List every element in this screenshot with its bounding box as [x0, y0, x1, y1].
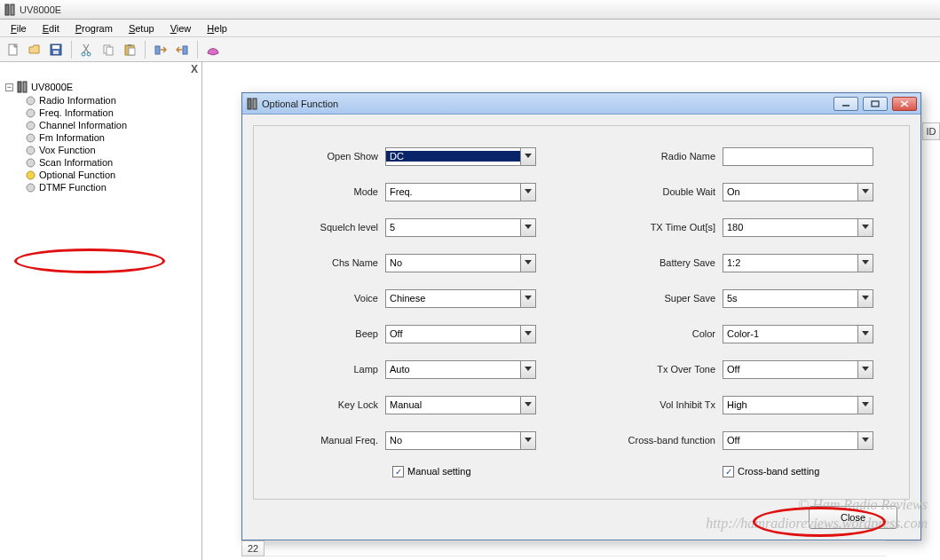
radio-name-label: Radio Name [607, 151, 723, 162]
squelch-level-dropdown[interactable]: 5 [385, 218, 536, 237]
node-icon [25, 157, 36, 168]
grid-row-stub: 22 [241, 540, 886, 556]
menu-program[interactable]: Program [68, 21, 120, 35]
color-dropdown[interactable]: Color-1 [723, 325, 873, 343]
toolbar-cut-icon[interactable] [77, 40, 97, 59]
svg-rect-4 [52, 45, 59, 49]
minimize-button[interactable] [833, 97, 858, 111]
menu-edit[interactable]: Edit [36, 21, 67, 35]
tree-node-fm-information[interactable]: Fm Information [23, 131, 198, 144]
menu-help[interactable]: Help [200, 21, 234, 35]
tree-collapse-icon[interactable]: − [5, 83, 13, 91]
dropdown-arrow-icon[interactable] [520, 432, 535, 449]
manual-freq-value: No [386, 435, 520, 446]
cross-band-function-label: Cross-band function [607, 435, 723, 446]
beep-dropdown[interactable]: Off [385, 325, 536, 343]
tree-root-node[interactable]: − UV8000E [4, 80, 198, 94]
close-button[interactable]: Close [809, 506, 897, 529]
double-wait-dropdown[interactable]: On [723, 183, 873, 201]
dropdown-arrow-icon[interactable] [520, 219, 535, 236]
open-show-dropdown[interactable]: DC [385, 147, 536, 166]
dropdown-arrow-icon[interactable] [857, 432, 873, 449]
child-window-icon [246, 98, 258, 110]
dropdown-arrow-icon[interactable] [857, 184, 873, 201]
toolbar-read-icon[interactable] [151, 40, 170, 59]
cross-band-setting-checkbox[interactable]: ✓ [723, 466, 734, 477]
double-wait-value: On [723, 186, 857, 197]
toolbar-new-icon[interactable] [4, 40, 23, 59]
tx-over-tone-dropdown[interactable]: Off [723, 360, 873, 379]
dropdown-arrow-icon[interactable] [520, 326, 535, 343]
grid-header-id[interactable]: ID [922, 122, 940, 140]
close-window-button[interactable] [892, 97, 917, 111]
tree-node-dtmf-function[interactable]: DTMF Function [23, 181, 198, 193]
toolbar-save-icon[interactable] [46, 40, 66, 59]
tree-node-channel-information[interactable]: Channel Information [23, 119, 198, 131]
dropdown-arrow-icon[interactable] [857, 326, 873, 343]
toolbar-paste-icon[interactable] [120, 40, 139, 59]
svg-rect-9 [107, 47, 113, 55]
dropdown-arrow-icon[interactable] [857, 397, 873, 414]
dropdown-arrow-icon[interactable] [520, 290, 535, 307]
tree-node-radio-information[interactable]: Radio Information [23, 94, 198, 106]
voice-dropdown[interactable]: Chinese [385, 289, 536, 308]
svg-rect-25 [248, 99, 251, 109]
tree-node-optional-function[interactable]: Optional Function [23, 169, 198, 181]
chs-name-dropdown[interactable]: No [385, 254, 536, 272]
dropdown-arrow-icon[interactable] [520, 361, 535, 378]
node-icon [25, 95, 36, 106]
node-icon [25, 182, 36, 193]
open-show-value: DC [386, 151, 520, 162]
cross-band-function-dropdown[interactable]: Off [723, 431, 873, 450]
open-show-label: Open Show [270, 151, 385, 162]
menu-view[interactable]: View [163, 21, 199, 35]
tree-node-vox-function[interactable]: Vox Function [23, 144, 198, 156]
manual-freq-label: Manual Freq. [270, 435, 385, 446]
super-save-dropdown[interactable]: 5s [723, 289, 873, 308]
battery-save-dropdown[interactable]: 1:2 [723, 254, 873, 272]
battery-save-label: Battery Save [607, 257, 723, 268]
svg-point-19 [27, 122, 35, 130]
super-save-label: Super Save [607, 293, 723, 304]
svg-rect-15 [18, 82, 21, 92]
double-wait-label: Double Wait [607, 186, 723, 197]
mode-dropdown[interactable]: Freq. [385, 183, 536, 201]
dropdown-arrow-icon[interactable] [520, 255, 535, 272]
lamp-value: Auto [386, 364, 520, 375]
sidebar-close-button[interactable]: X [191, 63, 198, 75]
maximize-button[interactable] [863, 97, 888, 111]
menu-setup[interactable]: Setup [122, 21, 162, 35]
app-icon [4, 4, 16, 16]
node-icon [25, 120, 36, 130]
dropdown-arrow-icon[interactable] [857, 361, 873, 378]
manual-freq-dropdown[interactable]: No [385, 431, 536, 450]
tx-timeout-dropdown[interactable]: 180 [723, 218, 873, 237]
tree-node-freq-information[interactable]: Freq. Information [23, 106, 198, 119]
grid-row-body[interactable] [265, 540, 886, 556]
toolbar-open-icon[interactable] [25, 40, 44, 59]
svg-rect-0 [5, 4, 9, 15]
tree-node-label: Scan Information [39, 157, 113, 168]
manual-setting-checkbox[interactable]: ✓ [392, 466, 404, 477]
node-icon [25, 145, 36, 155]
vol-inhibit-tx-dropdown[interactable]: High [723, 396, 873, 414]
dropdown-arrow-icon[interactable] [857, 290, 873, 307]
lamp-dropdown[interactable]: Auto [385, 360, 536, 379]
toolbar-copy-icon[interactable] [99, 40, 118, 59]
dropdown-arrow-icon[interactable] [857, 219, 873, 236]
child-window-titlebar[interactable]: Optional Function [242, 93, 920, 114]
grid-row-header[interactable]: 22 [241, 540, 265, 556]
tree-node-scan-information[interactable]: Scan Information [23, 156, 198, 169]
dropdown-arrow-icon[interactable] [857, 255, 873, 272]
toolbar-write-icon[interactable] [172, 40, 192, 59]
menu-file[interactable]: File [4, 21, 34, 35]
toolbar-help-icon[interactable] [203, 40, 223, 59]
dropdown-arrow-icon[interactable] [520, 148, 535, 165]
dropdown-arrow-icon[interactable] [520, 184, 535, 201]
key-lock-dropdown[interactable]: Manual [385, 396, 536, 414]
menu-bar: File Edit Program Setup View Help [0, 20, 940, 37]
dropdown-arrow-icon[interactable] [520, 397, 535, 414]
toolbar-separator [145, 41, 146, 59]
radio-name-input[interactable] [723, 147, 873, 166]
node-icon [25, 132, 36, 143]
